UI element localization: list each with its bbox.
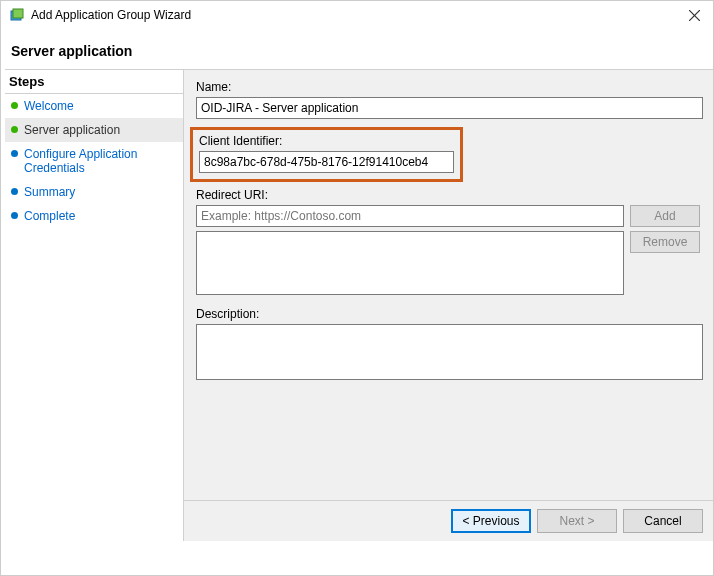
previous-button[interactable]: < Previous xyxy=(451,509,531,533)
step-label: Summary xyxy=(24,185,75,199)
description-row: Description: xyxy=(196,307,703,383)
next-button: Next > xyxy=(537,509,617,533)
bullet-icon xyxy=(11,150,18,157)
redirect-uri-list[interactable] xyxy=(196,231,624,295)
add-button: Add xyxy=(630,205,700,227)
bullet-icon xyxy=(11,102,18,109)
wizard-icon xyxy=(9,7,25,23)
step-complete[interactable]: Complete xyxy=(5,204,183,228)
cancel-button[interactable]: Cancel xyxy=(623,509,703,533)
name-row: Name: xyxy=(196,80,703,119)
title-bar: Add Application Group Wizard xyxy=(1,1,713,29)
redirect-uri-label: Redirect URI: xyxy=(196,188,703,202)
client-id-highlight: Client Identifier: xyxy=(190,127,463,182)
button-row: < Previous Next > Cancel xyxy=(184,500,713,541)
svg-rect-1 xyxy=(13,9,23,18)
step-welcome[interactable]: Welcome xyxy=(5,94,183,118)
step-label: Configure Application Credentials xyxy=(24,147,179,175)
redirect-uri-row: Redirect URI: Add Remove xyxy=(196,188,703,295)
step-server-application[interactable]: Server application xyxy=(5,118,183,142)
dialog-title: Add Application Group Wizard xyxy=(31,8,687,22)
step-label: Complete xyxy=(24,209,75,223)
name-input[interactable] xyxy=(196,97,703,119)
redirect-uri-input-row: Add xyxy=(196,205,703,227)
close-icon[interactable] xyxy=(687,8,701,22)
remove-button: Remove xyxy=(630,231,700,253)
redirect-uri-list-row: Remove xyxy=(196,231,703,295)
client-id-label: Client Identifier: xyxy=(199,134,454,148)
bullet-icon xyxy=(11,188,18,195)
page-heading: Server application xyxy=(1,29,713,69)
step-label: Server application xyxy=(24,123,120,137)
client-id-input[interactable] xyxy=(199,151,454,173)
description-label: Description: xyxy=(196,307,703,321)
step-configure-credentials[interactable]: Configure Application Credentials xyxy=(5,142,183,180)
body-wrap: Steps Welcome Server application Configu… xyxy=(1,69,713,541)
step-summary[interactable]: Summary xyxy=(5,180,183,204)
form-panel: Name: Client Identifier: Redirect URI: A… xyxy=(183,69,713,541)
bullet-icon xyxy=(11,126,18,133)
steps-panel: Steps Welcome Server application Configu… xyxy=(1,69,183,541)
name-label: Name: xyxy=(196,80,703,94)
steps-header: Steps xyxy=(5,69,183,94)
redirect-uri-input[interactable] xyxy=(196,205,624,227)
bullet-icon xyxy=(11,212,18,219)
step-label: Welcome xyxy=(24,99,74,113)
description-input[interactable] xyxy=(196,324,703,380)
